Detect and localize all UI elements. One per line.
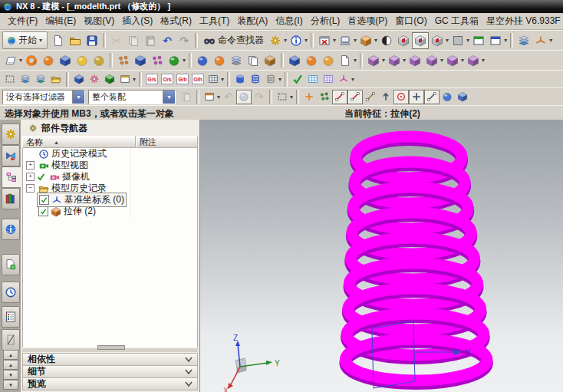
spring-tool-button[interactable] bbox=[248, 72, 263, 87]
more-tools-dropdown-arrow[interactable]: ▾ bbox=[278, 76, 282, 83]
shaded-with-edges-button[interactable] bbox=[395, 32, 412, 49]
assembly-tool-button[interactable] bbox=[87, 72, 102, 87]
snap-midpoint-button[interactable] bbox=[347, 90, 363, 104]
info-window-button[interactable] bbox=[288, 32, 305, 49]
selection-scope-combobox[interactable]: 整个装配▼ bbox=[88, 90, 176, 104]
menu-item-8[interactable]: 信息(I) bbox=[272, 13, 306, 29]
window-split-button[interactable] bbox=[487, 32, 504, 49]
general-selection-button[interactable] bbox=[202, 90, 217, 104]
rectangle-select-dropdown-arrow[interactable]: ▾ bbox=[290, 94, 293, 100]
thicken-button[interactable] bbox=[337, 52, 354, 69]
scroll-last-button[interactable]: ▼ bbox=[3, 380, 18, 390]
point-set-button[interactable] bbox=[149, 52, 166, 69]
customize-tools-button[interactable] bbox=[267, 32, 284, 49]
expand-icon[interactable]: + bbox=[26, 173, 35, 181]
layer-visible-in-view-button[interactable] bbox=[33, 72, 48, 87]
collapse-icon[interactable]: − bbox=[26, 184, 35, 193]
display-mode-button[interactable] bbox=[337, 32, 354, 49]
snap-point-button[interactable] bbox=[301, 90, 317, 104]
undo-button[interactable]: ↶ bbox=[159, 32, 176, 49]
edit-feature-parameters-button[interactable] bbox=[365, 52, 382, 69]
sphere-button[interactable] bbox=[91, 52, 107, 69]
csys-orient-dropdown-arrow[interactable]: ▾ bbox=[351, 76, 354, 83]
highlight-hidden-button[interactable] bbox=[236, 90, 252, 104]
tree-row[interactable]: 拉伸 (2) bbox=[23, 206, 197, 217]
snapshot-button[interactable] bbox=[2, 72, 18, 87]
spring-model[interactable] bbox=[345, 137, 486, 384]
edit-positioning-button[interactable] bbox=[386, 52, 403, 69]
draft-button[interactable] bbox=[211, 52, 228, 69]
open-file-button[interactable] bbox=[67, 32, 84, 49]
move-object-button[interactable] bbox=[71, 72, 87, 87]
orient-view-dropdown-arrow[interactable]: ▾ bbox=[374, 37, 377, 44]
roles-button[interactable] bbox=[2, 329, 20, 351]
menu-item-11[interactable]: 窗口(O) bbox=[391, 13, 430, 29]
unite-button[interactable] bbox=[166, 52, 183, 69]
boss-button[interactable] bbox=[74, 52, 91, 69]
block-button[interactable] bbox=[57, 52, 74, 69]
unite-dropdown-arrow[interactable]: ▾ bbox=[183, 57, 186, 64]
shell-button[interactable] bbox=[228, 52, 245, 69]
new-window-button[interactable] bbox=[470, 32, 487, 49]
menu-item-10[interactable]: 首选项(P) bbox=[344, 13, 391, 29]
new-file-button[interactable] bbox=[50, 32, 67, 49]
pattern-feature-button[interactable] bbox=[262, 52, 278, 69]
reuse-library-button[interactable] bbox=[2, 188, 20, 209]
column-note[interactable]: 附注 bbox=[136, 136, 198, 148]
column-name[interactable]: 名称 ▲ bbox=[22, 136, 136, 148]
system-materials-button[interactable] bbox=[2, 306, 20, 328]
orient-view-button[interactable] bbox=[357, 32, 374, 49]
part-families-button[interactable] bbox=[305, 72, 321, 87]
snap-arc-center-button[interactable] bbox=[393, 90, 409, 104]
thicken-dropdown-arrow[interactable]: ▾ bbox=[354, 57, 357, 64]
edge-blend-button[interactable] bbox=[286, 52, 303, 69]
snap-angled-button[interactable] bbox=[424, 90, 440, 104]
menu-item-12[interactable]: GC 工具箱 bbox=[431, 13, 482, 29]
copy-button[interactable] bbox=[125, 32, 142, 49]
view-background-dropdown-arrow[interactable]: ▾ bbox=[466, 37, 469, 44]
section-dependencies[interactable]: 相依性 bbox=[22, 353, 198, 366]
tree-row[interactable]: +摄像机 bbox=[23, 171, 197, 183]
wireframe-dropdown-arrow[interactable]: ▾ bbox=[446, 37, 449, 44]
window-split-dropdown-arrow[interactable]: ▾ bbox=[504, 37, 507, 44]
scroll-up-button[interactable]: ▲ bbox=[3, 360, 18, 370]
quick-pick-button[interactable] bbox=[206, 72, 221, 87]
import-part-button[interactable] bbox=[102, 72, 117, 87]
menu-item-3[interactable]: 视图(V) bbox=[80, 13, 118, 29]
menu-item-2[interactable]: 编辑(E) bbox=[41, 13, 80, 29]
selection-filter-dropdown-arrow[interactable]: ▼ bbox=[72, 91, 84, 104]
panel-splitter[interactable] bbox=[22, 348, 198, 352]
wcs-display-button[interactable] bbox=[532, 32, 549, 49]
menu-item-9[interactable]: 分析(L) bbox=[307, 13, 344, 29]
section-preview[interactable]: 预览 bbox=[22, 377, 198, 390]
start-button[interactable]: 开始▾ bbox=[2, 31, 48, 49]
move-feature-button[interactable] bbox=[407, 52, 423, 69]
cut-button[interactable]: ✂ bbox=[108, 32, 125, 49]
chamfer-button[interactable] bbox=[303, 52, 320, 69]
snap-endpoint-button[interactable] bbox=[332, 90, 347, 104]
history-button[interactable] bbox=[2, 282, 20, 303]
paste-button[interactable] bbox=[142, 32, 159, 49]
customize-tools-dropdown-arrow[interactable]: ▾ bbox=[284, 37, 287, 44]
quick-pick-dropdown-arrow[interactable]: ▾ bbox=[221, 76, 224, 83]
export-tool-button[interactable] bbox=[117, 72, 133, 87]
tree-row[interactable]: 基准坐标系 (0) bbox=[23, 194, 197, 206]
spreadsheet-button[interactable] bbox=[321, 72, 336, 87]
hole-button[interactable] bbox=[115, 52, 132, 69]
export-tool-dropdown-arrow[interactable]: ▾ bbox=[133, 76, 136, 83]
snap-point-set-button[interactable] bbox=[317, 90, 332, 104]
checkbox[interactable] bbox=[39, 195, 49, 205]
info-window-dropdown-arrow[interactable]: ▾ bbox=[305, 37, 308, 44]
tree-row[interactable]: 历史记录模式 bbox=[23, 148, 197, 160]
offset-face-button[interactable] bbox=[320, 52, 337, 69]
edit-positioning-dropdown-arrow[interactable]: ▾ bbox=[403, 57, 406, 64]
snap-face-button[interactable] bbox=[440, 90, 455, 104]
snap-solid-button[interactable] bbox=[455, 90, 470, 104]
mirror-feature-button[interactable] bbox=[245, 52, 262, 69]
suppress-feature-button[interactable] bbox=[444, 52, 461, 69]
examine-geometry-button[interactable] bbox=[290, 72, 305, 87]
redo-button[interactable]: ↷ bbox=[176, 32, 193, 49]
title-bar[interactable]: NX 8 - 建模 - [_modelth.prt （修改的） ] bbox=[0, 0, 563, 13]
rectangle-select-button[interactable] bbox=[275, 90, 290, 104]
menu-item-5[interactable]: 格式(R) bbox=[156, 13, 196, 29]
